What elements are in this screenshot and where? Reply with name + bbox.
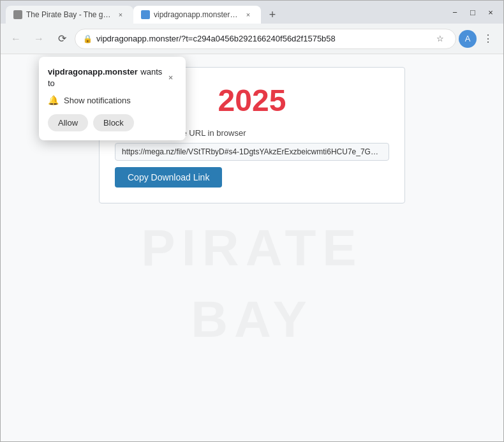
bookmark-button[interactable]: ☆ (433, 31, 448, 47)
lock-icon: 🔒 (83, 34, 93, 43)
tab-piratebay-close[interactable]: × (115, 10, 126, 20)
nav-extras: A ⋮ (459, 29, 498, 49)
title-bar: The Pirate Bay - The galaxy's m... × vip… (1, 1, 503, 24)
tab-piratebay-label: The Pirate Bay - The galaxy's m... (26, 10, 112, 19)
window-controls: − □ × (442, 4, 498, 20)
bell-icon: 🔔 (48, 95, 59, 105)
minimize-button[interactable]: − (447, 4, 463, 20)
url-box: https://mega.nz/file/VStTRbyD#s4-1DgtsYA… (115, 143, 389, 161)
address-bar[interactable]: 🔒 vipdragonapp.monster/?t=c294a0456b2921… (75, 29, 456, 49)
notif-close-button[interactable]: × (165, 71, 177, 84)
tab-vipdragon-label: vipdragonapp.monster/?t=c29... (154, 10, 239, 19)
tab-piratebay[interactable]: The Pirate Bay - The galaxy's m... × (6, 6, 133, 24)
menu-button[interactable]: ⋮ (478, 29, 498, 49)
tab-vipdragon-close[interactable]: × (243, 10, 253, 20)
maximize-button[interactable]: □ (465, 4, 480, 20)
tab-vipdragon-favicon (141, 10, 150, 19)
address-actions: ☆ (433, 31, 448, 47)
reload-button[interactable]: ⟳ (52, 29, 72, 49)
notification-popup: vipdragonapp.monster wants to × 🔔 Show n… (39, 57, 186, 140)
notif-button-group: Allow Block (48, 114, 177, 131)
notif-domain: vipdragonapp.monster (48, 67, 138, 77)
tab-list: The Pirate Bay - The galaxy's m... × vip… (6, 1, 440, 24)
watermark-row-2: PIRATE (141, 219, 362, 277)
page-content: THE PIRATE BAY vipdragonapp.monster want… (1, 54, 503, 441)
address-text: vipdragonapp.monster/?t=c294a0456b292166… (96, 34, 429, 43)
close-button[interactable]: × (483, 4, 498, 20)
notif-header: vipdragonapp.monster wants to × (48, 66, 177, 89)
allow-button[interactable]: Allow (48, 114, 88, 131)
notif-permission: 🔔 Show notifications (48, 95, 177, 105)
watermark-row-3: BAY (191, 290, 313, 349)
copy-download-link-button[interactable]: Copy Download Link (115, 167, 222, 188)
notif-title: vipdragonapp.monster wants to (48, 66, 165, 89)
tab-piratebay-favicon (13, 10, 22, 19)
forward-button[interactable]: → (29, 29, 49, 49)
browser-window: The Pirate Bay - The galaxy's m... × vip… (0, 0, 504, 442)
nav-bar: ← → ⟳ 🔒 vipdragonapp.monster/?t=c294a045… (1, 24, 503, 54)
notif-permission-text: Show notifications (64, 96, 131, 105)
profile-button[interactable]: A (459, 30, 477, 48)
back-button[interactable]: ← (6, 29, 26, 49)
new-tab-button[interactable]: + (263, 6, 281, 24)
tab-vipdragon[interactable]: vipdragonapp.monster/?t=c29... × (133, 6, 261, 24)
block-button[interactable]: Block (93, 114, 134, 131)
